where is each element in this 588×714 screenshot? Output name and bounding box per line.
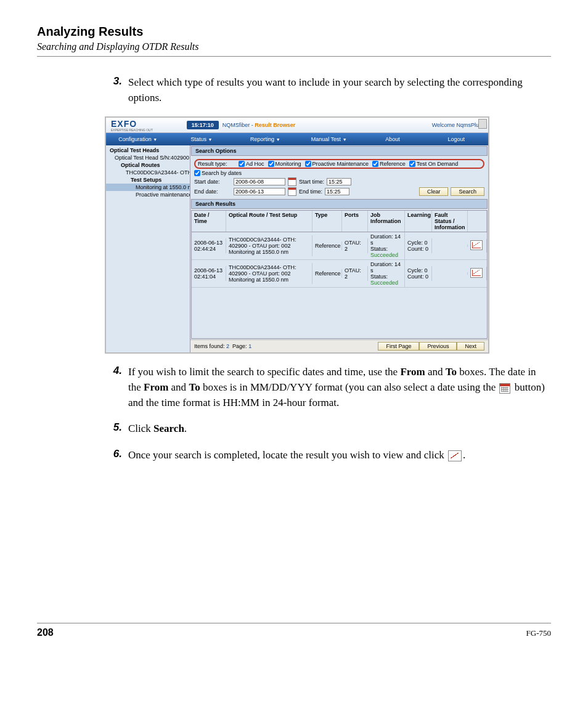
tree-routes[interactable]: Optical Routes — [106, 161, 190, 169]
calendar-icon[interactable] — [288, 187, 296, 196]
table-header: Date / Time Optical Route / Test Setup T… — [192, 211, 487, 232]
app-topbar: EXFO EXPERTISE REACHING OUT 15:17:10 NQM… — [106, 118, 488, 133]
page-number: 208 — [37, 627, 54, 638]
table-row: 2008-06-13 02:41:04 THC00D0C9A23444- OTH… — [192, 260, 487, 288]
cell-job: Duration: 14 sStatus: Succeeded — [368, 232, 405, 259]
app-name: NQMSfiber — [223, 122, 250, 128]
chevron-down-icon: ▼ — [343, 137, 347, 142]
proactive-checkbox[interactable]: Proactive Maintenance — [305, 161, 369, 167]
search-button[interactable]: Search — [451, 187, 484, 196]
cell-icon — [468, 239, 487, 253]
logo-sub: EXPERTISE REACHING OUT — [111, 129, 153, 131]
screenshot: EXFO EXPERTISE REACHING OUT 15:17:10 NQM… — [105, 116, 489, 354]
page-footer: 208 FG-750 — [37, 623, 551, 638]
trace-icon[interactable] — [470, 240, 483, 250]
step-number: 4. — [105, 365, 128, 410]
result-type-label: Result type: — [198, 161, 235, 167]
step-number: 5. — [105, 421, 128, 437]
menu-logout[interactable]: Logout — [425, 134, 488, 144]
cell-type: Reference — [312, 241, 342, 250]
step-body: If you wish to limit the search to speci… — [128, 365, 551, 410]
search-dates-checkbox[interactable]: Search by dates — [194, 170, 242, 176]
step-5: 5. Click Search. — [105, 421, 551, 437]
cell-learn: Cycle: 0 Count: 0 — [405, 266, 432, 281]
cell-learn: Cycle: 0 Count: 0 — [405, 238, 432, 253]
step-number: 3. — [105, 75, 128, 105]
end-date-label: End date: — [194, 189, 231, 195]
col-job: Job Information — [368, 211, 405, 232]
trace-icon[interactable] — [470, 268, 483, 278]
clock: 15:17:10 — [187, 121, 219, 129]
menubar: Configuration ▼ Status ▼ Reporting ▼ Man… — [106, 133, 488, 145]
sidebar-tree: Optical Test Heads Optical Test Head S/N… — [106, 145, 190, 352]
logo: EXFO EXPERTISE REACHING OUT — [111, 119, 153, 131]
logo-text: EXFO — [111, 119, 137, 129]
monitoring-checkbox[interactable]: Monitoring — [268, 161, 301, 167]
scroll-up[interactable] — [478, 119, 487, 129]
start-date-row: Start date: Start time: — [194, 177, 484, 186]
adhoc-checkbox[interactable]: Ad Hoc — [239, 161, 264, 167]
tree-route1[interactable]: THC00D0C9A23444- OTH: 4 — [106, 169, 190, 176]
first-page-button[interactable]: First Page — [378, 342, 419, 351]
previous-button[interactable]: Previous — [419, 342, 457, 351]
col-date: Date / Time — [192, 211, 226, 232]
document-id: FG-750 — [526, 628, 551, 638]
col-fault: Fault Status / Information — [432, 211, 468, 232]
calendar-icon[interactable] — [288, 177, 296, 186]
results-footer: Items found: 2 Page: 1 First Page Previo… — [190, 339, 488, 352]
step-6: 6. Once your search is completed, locate… — [105, 448, 551, 463]
end-date-input[interactable] — [234, 188, 285, 195]
welcome-text: Welcome NqmsPlus! — [432, 122, 483, 128]
page-title: Analyzing Results — [37, 25, 551, 39]
page-header: Analyzing Results Searching and Displayi… — [37, 25, 551, 57]
search-dates-row: Search by dates — [194, 170, 484, 176]
option-buttons: Clear Search — [419, 187, 484, 196]
menu-configuration[interactable]: Configuration ▼ — [106, 134, 169, 144]
menu-reporting[interactable]: Reporting ▼ — [234, 134, 297, 144]
tree-head[interactable]: Optical Test Head S/N:402900 — [106, 154, 190, 161]
col-route: Optical Route / Test Setup — [226, 211, 312, 232]
step-number: 6. — [105, 448, 128, 463]
chevron-down-icon: ▼ — [276, 137, 280, 142]
app-title: NQMSfiber - Result Browser — [223, 122, 296, 128]
end-date-row: End date: End time: Clear Search — [194, 187, 484, 196]
trace-icon — [448, 450, 462, 461]
step-4: 4. If you wish to limit the search to sp… — [105, 365, 551, 410]
menu-about[interactable]: About — [361, 134, 424, 144]
ondemand-checkbox[interactable]: Test On Demand — [409, 161, 459, 167]
search-options-header: Search Options — [191, 146, 488, 156]
step-body: Once your search is completed, locate th… — [128, 448, 551, 463]
menu-manual-test[interactable]: Manual Test ▼ — [297, 134, 361, 144]
tree-setups[interactable]: Test Setups — [106, 176, 190, 184]
col-type: Type — [312, 211, 342, 232]
chevron-down-icon: ▼ — [208, 137, 213, 142]
clear-button[interactable]: Clear — [419, 187, 449, 196]
start-time-input[interactable] — [327, 178, 351, 185]
reference-checkbox[interactable]: Reference — [372, 161, 406, 167]
step-3: 3. Select which type of results you want… — [105, 75, 551, 105]
results-table: Date / Time Optical Route / Test Setup T… — [191, 210, 488, 339]
end-time-input[interactable] — [325, 188, 349, 195]
cell-icon — [468, 267, 487, 280]
col-icon — [468, 211, 487, 232]
app-body: Optical Test Heads Optical Test Head S/N… — [106, 145, 488, 352]
start-time-label: Start time: — [299, 179, 324, 185]
cell-date: 2008-06-13 02:44:24 — [192, 238, 226, 253]
search-options: Result type: Ad Hoc Monitoring Proactive… — [190, 156, 488, 198]
chevron-down-icon: ▼ — [153, 137, 157, 142]
tree-root[interactable]: Optical Test Heads — [106, 147, 190, 154]
next-button[interactable]: Next — [457, 342, 484, 351]
tree-setup1[interactable]: Monitoring at 1550.0 nm — [106, 184, 190, 191]
table-row: 2008-06-13 02:44:24 THC00D0C9A23444- OTH… — [192, 232, 487, 260]
cell-date: 2008-06-13 02:41:04 — [192, 266, 226, 281]
cell-job: Duration: 14 sStatus: Succeeded — [368, 260, 405, 287]
start-date-input[interactable] — [234, 178, 285, 185]
tree-setup2[interactable]: Proactive maintenance a — [106, 191, 190, 198]
cell-route: THC00D0C9A23444- OTH: 402900 - OTAU port… — [226, 235, 312, 256]
calendar-icon — [499, 383, 510, 394]
cell-fault — [432, 272, 468, 275]
start-date-label: Start date: — [194, 179, 231, 185]
cell-ports: OTAU: 2 — [342, 238, 368, 253]
main-panel: Search Options Result type: Ad Hoc Monit… — [190, 145, 488, 352]
menu-status[interactable]: Status ▼ — [169, 134, 233, 144]
